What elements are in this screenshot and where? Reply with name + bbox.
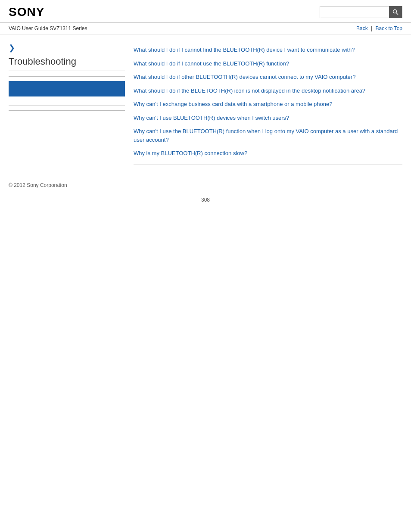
- svg-point-0: [393, 10, 397, 13]
- sony-logo: SONY: [9, 5, 44, 19]
- list-item: What should I do if I cannot find the BL…: [134, 43, 402, 57]
- sub-header: VAIO User Guide SVZ1311 Series Back | Ba…: [0, 23, 411, 34]
- sidebar: ❯ Troubleshooting: [9, 39, 134, 165]
- content-bottom-divider: [134, 165, 402, 165]
- page-header: SONY: [0, 0, 411, 23]
- content-link-6[interactable]: Why can't I use the BLUETOOTH(R) functio…: [134, 124, 402, 146]
- main-content: ❯ Troubleshooting What should I do if I …: [0, 34, 411, 174]
- list-item: Why is my BLUETOOTH(R) connection slow?: [134, 146, 402, 160]
- sidebar-active-item[interactable]: [9, 81, 125, 96]
- sidebar-divider-4: [9, 110, 125, 111]
- search-box: [320, 6, 402, 18]
- list-item: Why can't I use BLUETOOTH(R) devices whe…: [134, 111, 402, 125]
- content-links-list: What should I do if I cannot find the BL…: [134, 43, 402, 160]
- list-item: Why can't I exchange business card data …: [134, 97, 402, 111]
- back-link[interactable]: Back: [356, 25, 368, 31]
- search-icon: [392, 9, 399, 15]
- content-link-0[interactable]: What should I do if I cannot find the BL…: [134, 43, 402, 57]
- search-button[interactable]: [389, 6, 402, 18]
- back-to-top-link[interactable]: Back to Top: [376, 25, 402, 31]
- sidebar-divider-3: [9, 106, 125, 106]
- content-link-1[interactable]: What should I do if I cannot use the BLU…: [134, 57, 402, 71]
- content-link-2[interactable]: What should I do if other BLUETOOTH(R) d…: [134, 70, 402, 84]
- sidebar-divider-2: [9, 101, 125, 101]
- guide-title: VAIO User Guide SVZ1311 Series: [9, 25, 87, 31]
- sidebar-section-title: Troubleshooting: [9, 56, 125, 71]
- list-item: Why can't I use the BLUETOOTH(R) functio…: [134, 124, 402, 146]
- sidebar-divider-1: [9, 76, 125, 77]
- content-link-7[interactable]: Why is my BLUETOOTH(R) connection slow?: [134, 146, 402, 160]
- chevron-icon[interactable]: ❯: [9, 43, 125, 53]
- svg-line-1: [396, 13, 399, 15]
- nav-links: Back | Back to Top: [356, 25, 402, 31]
- copyright: © 2012 Sony Corporation: [9, 182, 67, 188]
- search-input[interactable]: [320, 6, 389, 18]
- content-area: What should I do if I cannot find the BL…: [134, 39, 402, 165]
- list-item: What should I do if other BLUETOOTH(R) d…: [134, 70, 402, 84]
- content-link-4[interactable]: Why can't I exchange business card data …: [134, 97, 402, 111]
- list-item: What should I do if the BLUETOOTH(R) ico…: [134, 84, 402, 98]
- footer: © 2012 Sony Corporation: [0, 174, 411, 193]
- page-number: 308: [0, 193, 411, 212]
- nav-separator: |: [371, 25, 372, 31]
- content-link-3[interactable]: What should I do if the BLUETOOTH(R) ico…: [134, 84, 402, 98]
- content-link-5[interactable]: Why can't I use BLUETOOTH(R) devices whe…: [134, 111, 402, 125]
- list-item: What should I do if I cannot use the BLU…: [134, 57, 402, 71]
